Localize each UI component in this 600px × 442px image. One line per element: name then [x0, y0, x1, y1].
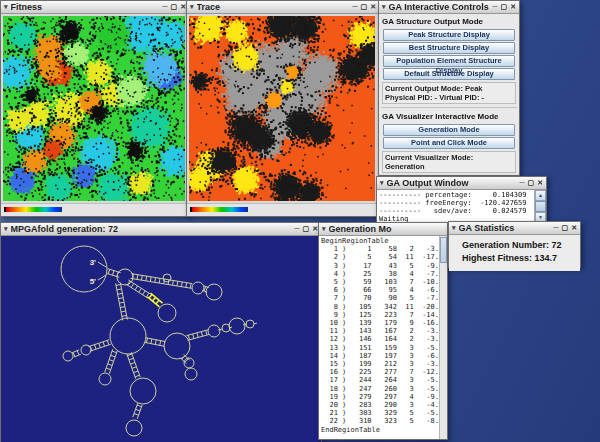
minimize-icon[interactable]: ─	[493, 3, 498, 11]
close-icon[interactable]: ✕	[370, 3, 376, 11]
scrollbar-thumb[interactable]	[440, 237, 447, 263]
scrollbar-thumb[interactable]	[535, 201, 546, 212]
rna-loop	[229, 318, 245, 334]
window-title: GA Statistics	[459, 223, 551, 233]
window-title: Trace	[197, 2, 350, 12]
ga-statistics-body: Generation Number: 72 Highest Fitness: 1…	[449, 235, 580, 271]
trace-color-legend	[190, 207, 248, 212]
fitness-color-legend	[4, 207, 62, 212]
rna-loop	[61, 246, 107, 292]
rna-loop	[246, 320, 254, 328]
generation-mode-button[interactable]: Generation Mode	[383, 124, 515, 136]
window-title: Fitness	[11, 2, 160, 12]
rna-loop	[158, 304, 176, 322]
titlebar-ga-statistics[interactable]: ▾ GA Statistics ─ ▢ ✕	[449, 222, 580, 235]
scroll-up-icon[interactable]: ▲	[535, 190, 546, 201]
rna-stem	[127, 352, 141, 379]
rna-loop	[126, 420, 142, 436]
rna-stem	[131, 274, 193, 289]
window-title: GA Interactive Controls	[389, 2, 490, 12]
rna-loop	[163, 274, 171, 282]
maximize-icon[interactable]: ▢	[303, 225, 310, 233]
titlebar-fitness[interactable]: ▾ Fitness ─ ▢ ✕	[1, 1, 189, 14]
trace-heatmap[interactable]	[189, 16, 375, 201]
titlebar-trace[interactable]: ▾ Trace ─ ▢ ✕	[187, 1, 379, 14]
minimize-icon[interactable]: ─	[353, 3, 358, 11]
window-fitness: ▾ Fitness ─ ▢ ✕	[0, 0, 190, 217]
best-structure-display-button[interactable]: Best Structure Display	[383, 42, 515, 54]
maximize-icon[interactable]: ▢	[361, 3, 368, 11]
rna-stem	[88, 340, 111, 352]
window-menu-icon[interactable]: ▾	[380, 179, 384, 187]
rna-stem	[98, 262, 106, 280]
rna-loop	[110, 318, 146, 354]
maximize-icon[interactable]: ▢	[501, 3, 508, 11]
rna-stem	[116, 283, 128, 321]
population-element-structure-display-button[interactable]: Population Element Structure Display	[383, 55, 515, 67]
desktop: ▾ Fitness ─ ▢ ✕ ▾ Trace ─ ▢ ✕	[0, 0, 600, 442]
generation-number-text: Generation Number: 72	[462, 239, 576, 252]
rna-structure-view[interactable]: 3'5'	[1, 236, 321, 442]
fitness-heatmap[interactable]	[3, 16, 185, 201]
rna-loop	[185, 368, 197, 380]
ga-output-scrollbar[interactable]: ▲ ▼	[534, 190, 546, 223]
three-prime-label: 3'	[90, 258, 96, 267]
titlebar-ga-output[interactable]: ▾ GA Output Window ─ ▢ ✕	[377, 177, 546, 190]
trace-status-bar	[187, 203, 379, 216]
minimize-icon[interactable]: ─	[520, 179, 525, 187]
window-menu-icon[interactable]: ▾	[190, 3, 194, 11]
fitness-map-area	[1, 14, 189, 203]
status-text: Physical PID: - Virtual PID: -	[385, 94, 514, 103]
rna-stem	[105, 349, 118, 374]
ga-output-log: ---------- percentage: 0.104309 --------…	[377, 190, 534, 223]
highest-fitness-text: Highest Fitness: 134.7	[462, 252, 576, 265]
section-label: GA Visualizer Interactive Mode	[381, 111, 517, 123]
minimize-icon[interactable]: ─	[163, 3, 168, 11]
window-ga-statistics: ▾ GA Statistics ─ ▢ ✕ Generation Number:…	[448, 221, 581, 268]
titlebar-ga-controls[interactable]: ▾ GA Interactive Controls ─ ▢ ✕	[379, 1, 519, 14]
maximize-icon[interactable]: ▢	[528, 179, 535, 187]
window-menu-icon[interactable]: ▾	[322, 225, 326, 233]
five-prime-label: 5'	[90, 277, 96, 286]
close-icon[interactable]: ✕	[510, 3, 516, 11]
default-structure-display-button[interactable]: Default Structure Display	[383, 68, 515, 80]
window-title: Generation Mo	[329, 224, 444, 234]
rna-stem	[126, 280, 151, 298]
rna-stem	[186, 330, 209, 341]
rna-loop	[117, 269, 133, 285]
rna-loop	[99, 373, 111, 385]
generation-monitor-scrollbar[interactable]	[439, 236, 447, 439]
close-icon[interactable]: ✕	[537, 179, 543, 187]
minimize-icon[interactable]: ─	[295, 225, 300, 233]
peak-structure-display-button[interactable]: Peak Structure Display	[383, 29, 515, 41]
maximize-icon[interactable]: ▢	[562, 224, 569, 232]
titlebar-mpgafold[interactable]: ▾ MPGAfold generation: 72 ─ ▢ ✕	[1, 223, 321, 236]
status-text: Current Visualizer Mode: Generation	[385, 154, 514, 171]
region-table: BeginRegionTable 1 ) 1 58 2 -3.3 2 ) 5 5…	[319, 236, 439, 439]
maximize-icon[interactable]: ▢	[171, 3, 178, 11]
trace-map-area	[187, 14, 379, 203]
window-ga-interactive-controls: ▾ GA Interactive Controls ─ ▢ ✕ GA Struc…	[378, 0, 520, 176]
window-menu-icon[interactable]: ▾	[4, 225, 8, 233]
status-box: Current Visualizer Mode: Generation	[382, 151, 516, 173]
rna-stem	[145, 338, 166, 347]
titlebar-generation-monitor[interactable]: ▾ Generation Mo	[319, 223, 447, 236]
rna-loop	[208, 325, 220, 337]
rna-loop	[130, 378, 156, 404]
window-trace: ▾ Trace ─ ▢ ✕	[186, 0, 380, 217]
window-generation-monitor: ▾ Generation Mo BeginRegionTable 1 ) 1 5…	[318, 222, 448, 440]
rna-loop	[63, 351, 73, 361]
window-menu-icon[interactable]: ▾	[382, 3, 386, 11]
window-title: MPGAfold generation: 72	[11, 224, 292, 234]
window-ga-output: ▾ GA Output Window ─ ▢ ✕ ---------- perc…	[376, 176, 547, 224]
rna-stem	[133, 403, 143, 419]
rna-loop	[164, 333, 190, 359]
section-label: GA Structure Output Mode	[381, 16, 517, 28]
point-and-click-mode-button[interactable]: Point and Click Mode	[383, 137, 515, 149]
rna-loop	[206, 284, 222, 300]
window-menu-icon[interactable]: ▾	[452, 224, 456, 232]
minimize-icon[interactable]: ─	[554, 224, 559, 232]
window-menu-icon[interactable]: ▾	[4, 3, 8, 11]
close-icon[interactable]: ✕	[571, 224, 577, 232]
rna-stem	[147, 293, 162, 307]
